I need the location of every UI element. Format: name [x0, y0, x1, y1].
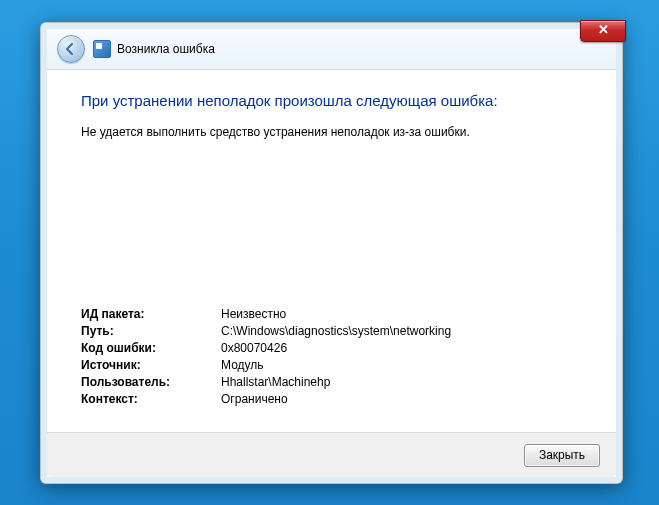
troubleshooter-error-window: ✕ Возникла ошибка При устранении неполад… — [40, 22, 623, 484]
error-description: Не удается выполнить средство устранения… — [81, 125, 582, 139]
detail-value: Модуль — [221, 357, 582, 374]
detail-label: ИД пакета: — [81, 306, 221, 323]
detail-row-package-id: ИД пакета: Неизвестно — [81, 306, 582, 323]
back-button[interactable] — [57, 35, 85, 63]
window-close-button[interactable]: ✕ — [580, 20, 626, 42]
dialog-footer: Закрыть — [47, 432, 616, 477]
detail-row-path: Путь: C:\Windows\diagnostics\system\netw… — [81, 323, 582, 340]
detail-label: Код ошибки: — [81, 340, 221, 357]
desktop-background: ✕ Возникла ошибка При устранении неполад… — [0, 0, 659, 505]
close-icon: ✕ — [598, 22, 609, 37]
app-icon — [93, 40, 111, 58]
detail-value: Неизвестно — [221, 306, 582, 323]
detail-label: Источник: — [81, 357, 221, 374]
detail-value: 0x80070426 — [221, 340, 582, 357]
titlebar: Возникла ошибка — [47, 29, 616, 70]
error-heading: При устранении неполадок произошла следу… — [81, 92, 582, 109]
detail-row-error-code: Код ошибки: 0x80070426 — [81, 340, 582, 357]
back-arrow-icon — [63, 42, 77, 56]
window-title: Возникла ошибка — [117, 42, 215, 56]
detail-label: Контекст: — [81, 391, 221, 408]
detail-value: Ограничено — [221, 391, 582, 408]
detail-value: Hhallstar\Machinehp — [221, 374, 582, 391]
detail-label: Пользователь: — [81, 374, 221, 391]
detail-row-source: Источник: Модуль — [81, 357, 582, 374]
detail-row-user: Пользователь: Hhallstar\Machinehp — [81, 374, 582, 391]
detail-label: Путь: — [81, 323, 221, 340]
detail-row-context: Контекст: Ограничено — [81, 391, 582, 408]
content-area: При устранении неполадок произошла следу… — [47, 70, 616, 432]
close-button[interactable]: Закрыть — [524, 444, 600, 467]
error-details: ИД пакета: Неизвестно Путь: C:\Windows\d… — [81, 306, 582, 418]
detail-value: C:\Windows\diagnostics\system\networking — [221, 323, 582, 340]
